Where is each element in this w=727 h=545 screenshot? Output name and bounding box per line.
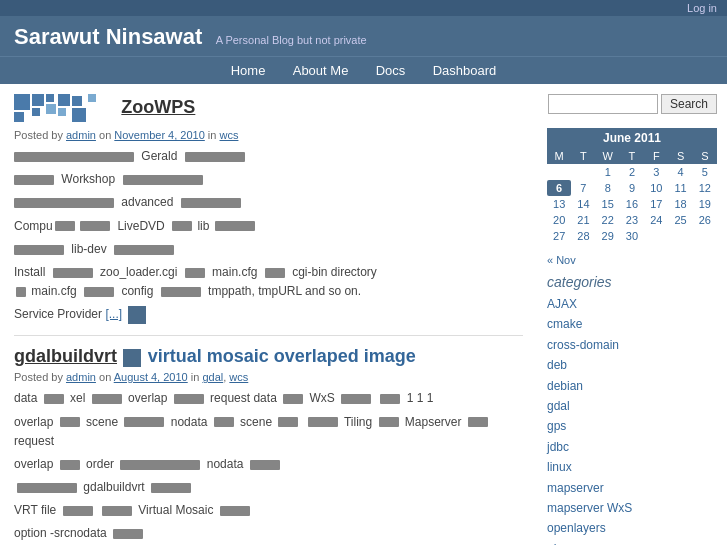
cal-day[interactable]: 11 [674,182,686,194]
redacted-text [14,198,114,208]
category-item: mapserver WxS [547,498,717,518]
cal-day[interactable]: 14 [577,198,589,210]
author-link-2[interactable]: admin [66,371,96,383]
cal-day[interactable]: 16 [626,198,638,210]
cal-day[interactable]: 30 [626,230,638,242]
name-zoo-loader: zoo_loader.cgi [100,265,177,279]
category-link[interactable]: gps [547,419,566,433]
nav-dashboard[interactable]: Dashboard [433,63,497,78]
search-button[interactable]: Search [661,94,717,114]
main-nav: Home About Me Docs Dashboard [0,56,727,84]
date-link[interactable]: November 4, 2010 [114,129,205,141]
cal-day[interactable]: 8 [605,182,611,194]
cal-day[interactable]: 1 [605,166,611,178]
cal-day[interactable]: 15 [602,198,614,210]
redacted-text [14,152,134,162]
category-link[interactable]: deb [547,358,567,372]
site-title: Sarawut Ninsawat [14,24,202,49]
cal-header-w: W [596,148,620,164]
cal-day[interactable]: 28 [577,230,589,242]
nav-docs[interactable]: Docs [376,63,406,78]
cal-day[interactable]: 21 [577,214,589,226]
site-header: Sarawut Ninsawat A Personal Blog but not… [0,16,727,56]
nav-home[interactable]: Home [231,63,266,78]
calendar-widget: June 2011 M T W T F S S 1234567891011121… [547,128,717,244]
categories-list: AJAXcmakecross-domaindebdebiangdalgpsjdb… [547,294,717,545]
category-link[interactable]: gdal [547,399,570,413]
login-bar: Log in [0,0,727,16]
category-item: gdal [547,396,717,416]
post-meta-2: Posted by admin on August 4, 2010 in gda… [14,371,523,383]
cal-day[interactable]: 20 [553,214,565,226]
category-link[interactable]: wcs [220,129,239,141]
category-link-gdal[interactable]: gdal [202,371,223,383]
name-cgi-bin: cgi-bin directory [292,265,377,279]
post-title-link[interactable]: ZooWPS [121,97,195,117]
category-link[interactable]: AJAX [547,297,577,311]
post-icon [14,94,114,122]
name-compute: Compu [14,219,77,233]
category-link[interactable]: mapserver WxS [547,501,632,515]
category-link[interactable]: cross-domain [547,338,619,352]
cal-day[interactable]: 10 [650,182,662,194]
category-item: openlayers [547,518,717,538]
cal-day[interactable]: 5 [702,166,708,178]
redacted-text [185,152,245,162]
login-link[interactable]: Log in [687,2,717,14]
cal-day[interactable]: 12 [699,182,711,194]
main-content: ZooWPS Posted by admin on November 4, 20… [0,94,537,545]
search-input[interactable] [548,94,658,114]
cal-day[interactable]: 19 [699,198,711,210]
cal-day[interactable]: 23 [626,214,638,226]
cal-day[interactable]: 17 [650,198,662,210]
category-link[interactable]: jdbc [547,440,569,454]
redacted-text [14,175,54,185]
category-link[interactable]: linux [547,460,572,474]
cal-day[interactable]: 24 [650,214,662,226]
category-link[interactable]: debian [547,379,583,393]
cal-day[interactable]: 27 [553,230,565,242]
category-link-wcs[interactable]: wcs [229,371,248,383]
cal-day[interactable]: 2 [629,166,635,178]
post-title-row-2: gdalbuildvrt virtual mosaic overlaped im… [14,346,523,368]
post-title-row: ZooWPS [14,94,523,125]
redacted-text [114,245,174,255]
read-more-link[interactable]: [...] [105,307,122,321]
cal-day[interactable]: 13 [553,198,565,210]
redacted-text [55,221,75,231]
redacted-text [215,221,255,231]
redacted-text [84,287,114,297]
post-title-link-2b[interactable]: virtual mosaic overlaped image [148,346,416,366]
date-link-2[interactable]: August 4, 2010 [114,371,188,383]
cal-day[interactable]: 4 [677,166,683,178]
svg-rect-3 [46,94,54,102]
redacted-text [53,268,93,278]
category-link[interactable]: mapserver [547,481,604,495]
svg-rect-5 [46,104,56,114]
svg-rect-2 [14,112,24,122]
redacted-text [80,221,110,231]
cal-day[interactable]: 9 [629,182,635,194]
author-link[interactable]: admin [66,129,96,141]
svg-rect-0 [14,94,30,110]
category-item: jdbc [547,437,717,457]
redacted-text [14,245,64,255]
category-link[interactable]: cmake [547,317,582,331]
category-item: cross-domain [547,335,717,355]
name-config: config [121,284,153,298]
cal-day[interactable]: 18 [674,198,686,210]
cal-day[interactable]: 7 [580,182,586,194]
cal-day[interactable]: 29 [602,230,614,242]
calendar-prev[interactable]: « Nov [547,254,717,266]
cal-day[interactable]: 3 [653,166,659,178]
cal-day[interactable]: 26 [699,214,711,226]
sidebar: Search June 2011 M T W T F S S 123456789… [537,94,727,545]
nav-about[interactable]: About Me [293,63,349,78]
category-link[interactable]: openlayers [547,521,606,535]
redacted-text [172,221,192,231]
post-title-link-2[interactable]: gdalbuildvrt [14,346,117,366]
cal-day[interactable]: 22 [602,214,614,226]
category-item: php [547,539,717,545]
name-main-cfg-2: main.cfg [31,284,76,298]
cal-day[interactable]: 25 [674,214,686,226]
